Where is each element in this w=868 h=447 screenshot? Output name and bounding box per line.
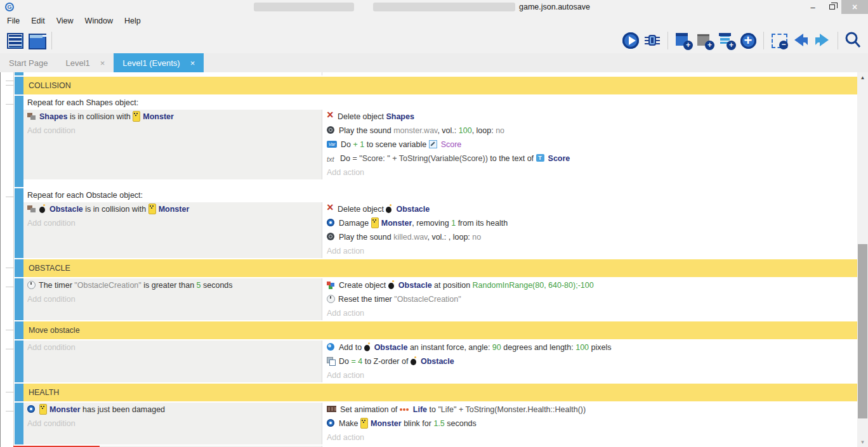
tab-level1[interactable]: Level1 × [56, 53, 114, 72]
tab-start-page[interactable]: Start Page [0, 53, 56, 72]
action-row[interactable]: Do = "Score: " + ToString(Variable(Score… [327, 152, 857, 165]
add-condition-button[interactable]: Add condition [27, 340, 322, 354]
event-group-header[interactable]: COLLISION [15, 77, 857, 94]
menu-item-view[interactable]: View [51, 14, 79, 28]
open-events-sheet-icon[interactable] [4, 30, 25, 51]
scroll-up-button[interactable]: ▲ [857, 72, 868, 82]
action-row[interactable]: Make Monster blink for 1.5 seconds [327, 417, 857, 431]
txt-icon [327, 154, 338, 162]
group-handle[interactable] [15, 77, 23, 94]
event-handle[interactable] [15, 403, 23, 444]
condition-row[interactable]: Obstacle is in collision with Monster [27, 202, 322, 216]
tab-close-icon[interactable]: × [190, 58, 195, 68]
action-row[interactable]: Set animation of Life to "Life" + ToStri… [327, 403, 857, 417]
bomb-icon [364, 343, 372, 351]
add-action-button[interactable]: Add action [327, 165, 857, 179]
add-condition-button[interactable]: Add condition [27, 292, 322, 306]
gear-icon [327, 419, 336, 427]
group-handle[interactable] [15, 259, 23, 277]
action-row[interactable]: Delete object Shapes [327, 110, 857, 124]
action-row[interactable]: Do = 4 to Z-order of Obstacle [327, 354, 857, 368]
event-handle[interactable] [15, 278, 23, 320]
open-scene-editor-icon[interactable] [25, 30, 47, 51]
restore-icon [829, 4, 835, 10]
toolbar-separator [763, 32, 764, 49]
action-row[interactable]: Add to Obstacle an instant force, angle:… [327, 340, 857, 354]
action-row[interactable]: Play the sound monster.wav, vol.: 100, l… [327, 124, 857, 138]
action-row[interactable]: Do + 1 to scene variable Score [327, 138, 857, 152]
monster-icon [39, 405, 47, 413]
add-action-button[interactable]: Add action [327, 368, 857, 382]
event-group-header[interactable]: Move obstacle [15, 321, 857, 339]
bomb-icon [411, 357, 418, 365]
action-row[interactable]: Play the sound killed.wav, vol.: , loop:… [327, 230, 857, 244]
condition-row[interactable]: Monster has just been damaged [27, 403, 322, 417]
add-condition-button[interactable]: Add condition [27, 124, 322, 138]
monster-icon [371, 219, 379, 227]
gear-icon [327, 219, 336, 227]
add-action-button[interactable]: Add action [327, 431, 857, 444]
repeat-event-header[interactable]: Repeat for each Shapes object: [23, 96, 857, 110]
event-group-header[interactable]: HEALTH [15, 384, 857, 401]
condition-row[interactable]: The timer "ObstacleCreation" is greater … [27, 278, 322, 292]
event-handle[interactable] [15, 96, 23, 187]
tab-close-icon[interactable]: × [100, 58, 105, 68]
group-handle[interactable] [15, 321, 23, 339]
window-title: game.json.autosave [519, 3, 590, 11]
add-condition-button[interactable]: Add condition [27, 417, 322, 431]
event-handle[interactable] [15, 340, 23, 382]
tab-level1-events[interactable]: Level1 (Events) × [114, 53, 204, 72]
event: Add condition Add to Obstacle an instant… [15, 340, 857, 382]
group-title: Move obstacle [23, 321, 857, 339]
monster-icon [133, 112, 140, 120]
add-event-button[interactable]: + [673, 30, 694, 51]
monster-icon [148, 205, 156, 213]
monster-icon [360, 419, 368, 427]
add-subevent-button[interactable]: + [716, 30, 737, 51]
add-other-event-button[interactable] [737, 30, 759, 51]
minimize-button[interactable]: – [803, 0, 822, 14]
preview-play-button[interactable] [620, 30, 641, 51]
action-row[interactable]: Reset the timer "ObstacleCreation" [327, 292, 857, 306]
scenevar-icon [429, 140, 438, 148]
add-action-button[interactable]: Add action [327, 244, 857, 258]
event: Monster has just been damaged Add condit… [15, 403, 857, 444]
repeat-event-header[interactable]: Repeat for each Obstacle object: [23, 188, 857, 202]
vertical-scrollbar[interactable]: ▲ ▼ [857, 72, 868, 447]
timer-icon [27, 281, 36, 289]
collision-icon [27, 112, 37, 120]
event-group-header[interactable]: OBSTACLE [15, 259, 857, 277]
redo-button[interactable] [812, 30, 833, 51]
condition-row[interactable]: Shapes is in collision with Monster [27, 110, 322, 124]
delete-event-button[interactable]: − [768, 30, 790, 51]
undo-button[interactable] [790, 30, 812, 51]
menu-item-edit[interactable]: Edit [25, 14, 51, 28]
search-icon[interactable] [843, 30, 864, 51]
tab-bar: Start Page Level1 × Level1 (Events) × [0, 53, 868, 72]
add-comment-button[interactable]: + [694, 30, 716, 51]
close-button[interactable]: × [841, 0, 868, 14]
scroll-down-button[interactable]: ▼ [857, 437, 868, 447]
menu-item-window[interactable]: Window [79, 14, 119, 28]
add-condition-button[interactable]: Add condition [27, 216, 322, 230]
menu-item-help[interactable]: Help [119, 14, 147, 28]
textobj-icon [536, 154, 546, 162]
title-redacted-block [373, 3, 515, 11]
action-row[interactable]: Damage Monster, removing 1 from its heal… [327, 216, 857, 230]
add-action-button[interactable]: Add action [327, 306, 857, 320]
animation-icon [327, 405, 338, 413]
toolbar-separator [51, 32, 52, 49]
event-handle[interactable] [15, 72, 23, 75]
collision-icon [27, 205, 37, 213]
scroll-thumb[interactable] [858, 244, 867, 418]
restore-button[interactable] [822, 0, 841, 14]
action-row[interactable]: Create object Obstacle at position Rando… [327, 278, 857, 292]
bomb-icon [386, 205, 393, 213]
group-handle[interactable] [15, 384, 23, 401]
life-icon [400, 405, 411, 413]
group-title: OBSTACLE [23, 259, 857, 277]
menu-item-file[interactable]: File [1, 14, 25, 28]
action-row[interactable]: Delete object Obstacle [327, 202, 857, 216]
debugger-icon[interactable] [641, 30, 663, 51]
event-handle[interactable] [15, 188, 23, 258]
